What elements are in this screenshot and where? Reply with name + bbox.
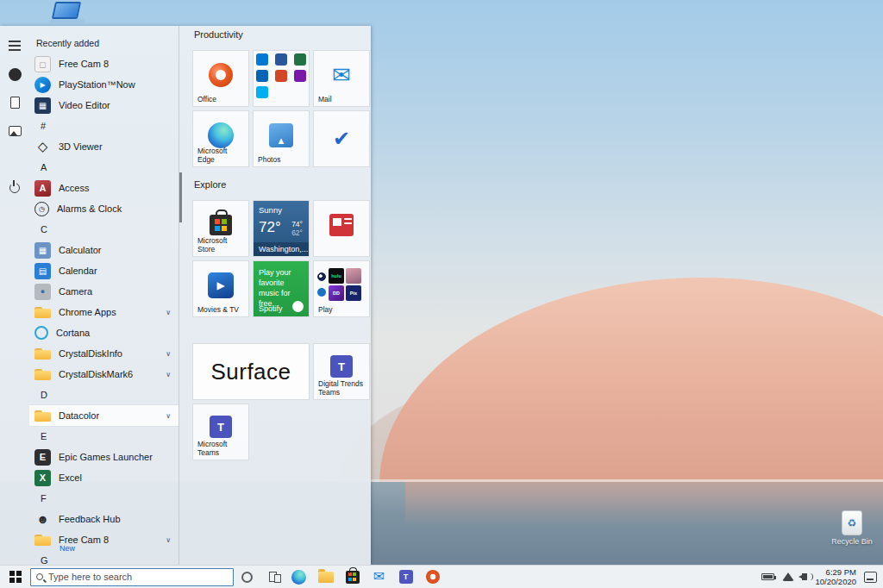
taskbar-clock[interactable]: 6:29 PM 10/20/2020 (815, 567, 856, 587)
cortana-button[interactable] (234, 566, 260, 588)
tile-surface[interactable]: Surface (192, 343, 310, 400)
store-icon (346, 571, 360, 584)
tile-office[interactable]: Office (192, 50, 249, 107)
cortana-icon (34, 326, 48, 340)
hamburger-icon (9, 41, 21, 42)
app-list-letter-A[interactable]: A (29, 157, 178, 178)
start-button[interactable] (4, 566, 27, 588)
pictures-button[interactable] (3, 120, 26, 142)
app-list-letter-F[interactable]: F (29, 488, 178, 509)
app-folder-datacolor[interactable]: Datacolor∨ (29, 405, 178, 426)
tile-panel-scrollbar[interactable] (179, 172, 182, 222)
office-suite-cluster (256, 53, 306, 98)
app-label: Calculator (59, 245, 102, 255)
feedback-hub-icon: ☻ (34, 511, 51, 528)
app-item-3d-viewer[interactable]: ◇3D Viewer (29, 136, 178, 157)
app-list-letter-C[interactable]: C (29, 219, 178, 240)
app-item-video-editor[interactable]: ▦Video Editor (29, 95, 178, 116)
blue-dot-icon (317, 288, 326, 297)
news-icon (329, 214, 354, 236)
desktop-shortcut-icon[interactable] (50, 2, 85, 25)
calendar-icon: ▤ (34, 263, 51, 279)
tile-todo-icon[interactable]: ✔ (313, 110, 370, 167)
tile-label: Microsoft Teams (197, 440, 246, 457)
app-item-epic-games-launcher[interactable]: EEpic Games Launcher (29, 447, 178, 467)
chevron-down-icon: ∨ (166, 412, 171, 420)
taskbar-mail-button[interactable]: ✉ (366, 566, 392, 588)
onedrive-icon (256, 70, 268, 82)
app-item-calendar[interactable]: ▤Calendar (29, 260, 178, 281)
task-view-button[interactable] (260, 566, 285, 588)
store-pane (353, 578, 356, 581)
tile-mail[interactable]: ✉Mail (313, 50, 370, 107)
user-button[interactable] (3, 63, 26, 85)
recycle-bin-label: Recycle Bin (821, 537, 883, 546)
app-label: CrystalDiskInfo (59, 348, 122, 359)
tile-microsoft-store[interactable]: Microsoft Store (192, 200, 249, 257)
wifi-icon[interactable] (782, 572, 794, 581)
taskbar-office-button[interactable] (419, 566, 446, 588)
recycle-bin[interactable]: ♻ Recycle Bin (821, 510, 883, 546)
volume-icon[interactable] (802, 573, 807, 580)
app-item-alarms-clock[interactable]: ◷Alarms & Clock (29, 198, 178, 219)
app-item-playstation-now[interactable]: ▶PlayStation™Now (29, 74, 178, 95)
tile-spotify[interactable]: Play your favorite music for free.Spotif… (253, 260, 310, 317)
app-list-letter-#[interactable]: # (29, 116, 178, 136)
tile-label: Office (197, 95, 246, 103)
app-item-cortana[interactable]: Cortana (29, 322, 178, 343)
tile-microsoft-edge[interactable]: Microsoft Edge (192, 110, 249, 167)
taskbar-file-explorer-button[interactable] (312, 566, 339, 588)
action-center-icon[interactable] (864, 572, 877, 583)
play-tile-left-icons (317, 272, 326, 297)
access-icon: A (34, 180, 51, 197)
documents-button[interactable] (3, 91, 26, 114)
taskbar-edge-button[interactable] (285, 566, 312, 588)
tile-photos[interactable]: ▲Photos (253, 110, 310, 167)
store-pane (222, 219, 227, 224)
app-label: Cortana (56, 328, 90, 338)
app-item-free-cam-8[interactable]: ◻Free Cam 8 (29, 53, 178, 74)
battery-icon[interactable] (761, 573, 774, 580)
settings-button[interactable] (3, 148, 26, 171)
taskbar-store-button[interactable] (339, 566, 366, 588)
tile-microsoft-teams[interactable]: TMicrosoft Teams (192, 403, 249, 460)
app-folder-crystaldiskmark6[interactable]: CrystalDiskMark6∨ (29, 364, 178, 385)
app-item-excel[interactable]: XExcel (29, 467, 178, 488)
hamburger-button[interactable] (3, 34, 26, 57)
app-item-feedback-hub[interactable]: ☻Feedback Hub (29, 509, 178, 529)
chevron-down-icon: ∨ (166, 309, 171, 316)
tile-news-icon[interactable] (313, 200, 370, 257)
tile-group-header-explore: Explore (194, 179, 360, 193)
app-folder-free-cam-8[interactable]: Free Cam 8New∨ (29, 529, 178, 550)
weather-condition: Sunny (259, 205, 282, 215)
search-input[interactable] (48, 572, 228, 582)
tile-weather-tile[interactable]: Sunny72°74°62°Washington,... (253, 200, 310, 257)
app-list-letter-G[interactable]: G (29, 550, 178, 565)
app-folder-crystaldiskinfo[interactable]: CrystalDiskInfo∨ (29, 343, 178, 364)
app-label: 3D Viewer (59, 141, 103, 152)
weather-location: Washington,... (254, 242, 309, 256)
store-pane (348, 572, 352, 576)
taskbar-teams-button[interactable]: T (392, 566, 419, 588)
tile-office-suite-cluster[interactable] (253, 50, 310, 107)
tile-group-spacer (194, 329, 360, 336)
app-list-letter-E[interactable]: E (29, 426, 178, 447)
app-item-access[interactable]: AAccess (29, 178, 178, 198)
tile-movies-tv[interactable]: ▶Movies & TV (192, 260, 249, 317)
tile-play[interactable]: huluDDPixPlay (313, 260, 370, 317)
app-label: CrystalDiskMark6 (59, 369, 133, 379)
app-item-camera[interactable]: ●Camera (29, 281, 178, 302)
app-list-letter-D[interactable]: D (29, 385, 178, 405)
tile-digital-trends-teams[interactable]: TDigital Trends Teams (313, 343, 370, 400)
excel-icon: X (34, 470, 51, 486)
app-item-calculator[interactable]: ▦Calculator (29, 240, 178, 260)
desktop: ♻ Recycle Bin Recently added◻Free Cam 8▶… (0, 0, 883, 588)
app-list-header: Recently added (29, 33, 178, 53)
wallpaper-waterline (328, 479, 883, 482)
taskbar-search[interactable] (30, 568, 234, 586)
power-button[interactable] (3, 177, 26, 199)
office-icon (426, 570, 440, 584)
pictures-icon (9, 126, 22, 136)
tile-label: Play (318, 305, 366, 314)
app-folder-chrome-apps[interactable]: Chrome Apps∨ (29, 302, 178, 322)
